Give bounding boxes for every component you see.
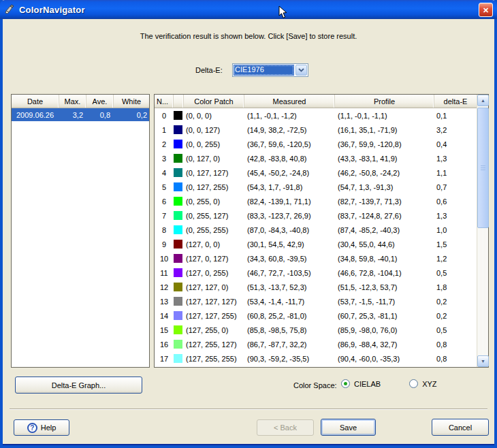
- table-row[interactable]: 11(127, 0, 255)(46,7, 72,7, -103,5)(46,6…: [155, 266, 477, 280]
- help-button[interactable]: ? Help: [14, 419, 69, 436]
- radio-option-cielab[interactable]: CIELAB: [341, 379, 381, 388]
- table-row[interactable]: 14(127, 127, 255)(60,8, 25,2, -81,0)(60,…: [155, 308, 477, 323]
- radio-selected-icon[interactable]: [341, 379, 350, 388]
- color-swatch-cell: [174, 211, 184, 220]
- table-row[interactable]: 6(0, 255, 0)(82,4, -139,1, 71,1)(82,7, -…: [155, 194, 477, 208]
- radio-option-xyz[interactable]: XYZ: [409, 379, 436, 388]
- measured-cell: (87,0, -84,3, -40,8): [244, 226, 335, 234]
- save-button[interactable]: Save: [321, 419, 376, 436]
- history-max-cell: 3,2: [59, 111, 86, 119]
- history-header-white[interactable]: White: [114, 95, 149, 108]
- delta-e-cell: 0,2: [434, 312, 477, 320]
- color-swatch: [174, 125, 182, 134]
- delta-e-cell: 1,5: [434, 240, 477, 249]
- chevron-down-icon[interactable]: [295, 65, 307, 76]
- delta-e-graph-button[interactable]: Delta-E Graph...: [15, 377, 142, 394]
- color-swatch-cell: [174, 340, 184, 349]
- measured-cell: (45,4, -50,2, -24,8): [244, 169, 335, 177]
- delta-e-cell: 0,5: [434, 269, 477, 277]
- table-row[interactable]: 2(0, 0, 255)(36,7, 59,6, -120,5)(36,7, 5…: [155, 137, 477, 151]
- table-row[interactable]: 8(0, 255, 255)(87,0, -84,3, -40,8)(87,4,…: [155, 223, 477, 237]
- color-swatch: [174, 111, 182, 120]
- color-swatch: [174, 182, 182, 191]
- profile-cell: (46,2, -50,8, -24,2): [335, 169, 434, 177]
- row-number-cell: 9: [155, 240, 174, 249]
- history-header-max[interactable]: Max.: [59, 95, 86, 108]
- history-white-cell: 0,2: [114, 111, 149, 119]
- delta-e-cell: 1,8: [434, 283, 477, 291]
- divider: [10, 409, 487, 410]
- history-row-selected[interactable]: 2009.06.263,20,80,2: [12, 108, 149, 121]
- profile-cell: (43,3, -83,1, 41,9): [335, 155, 434, 163]
- result-header-measured[interactable]: Measured: [244, 95, 335, 108]
- row-number-cell: 7: [155, 212, 174, 220]
- table-row[interactable]: 17(127, 255, 255)(90,3, -59,2, -35,5)(90…: [155, 351, 477, 366]
- row-number-cell: 3: [155, 155, 174, 163]
- measured-cell: (46,7, 72,7, -103,5): [244, 269, 335, 277]
- back-button[interactable]: < Back: [257, 419, 314, 436]
- table-row[interactable]: 0(0, 0, 0)(1,1, -0,1, -1,2)(1,1, -0,1, -…: [155, 108, 477, 123]
- table-row[interactable]: 13(127, 127, 127)(53,4, -1,4, -11,7)(53,…: [155, 294, 477, 308]
- result-header-delta-e[interactable]: delta-E: [434, 95, 477, 108]
- measured-cell: (54,3, 1,7, -91,8): [244, 183, 335, 191]
- color-swatch: [174, 197, 182, 206]
- close-button[interactable]: ✕: [479, 3, 493, 17]
- table-row[interactable]: 16(127, 255, 127)(86,7, -87,7, 32,2)(86,…: [155, 337, 477, 351]
- profile-cell: (46,6, 72,8, -104,1): [335, 269, 434, 277]
- history-header-ave[interactable]: Ave.: [86, 95, 114, 108]
- color-patch-cell: (127, 127, 255): [184, 312, 244, 320]
- color-swatch-cell: [174, 154, 184, 163]
- color-swatch: [174, 268, 182, 277]
- measured-cell: (83,3, -123,7, 26,9): [244, 212, 335, 220]
- delta-e-cell: 0,4: [434, 140, 477, 148]
- table-row[interactable]: 10(127, 0, 127)(34,3, 60,8, -39,5)(34,8,…: [155, 251, 477, 266]
- row-number-cell: 12: [155, 283, 174, 291]
- measured-cell: (60,8, 25,2, -81,0): [244, 312, 335, 320]
- delta-e-cell: 1,1: [434, 169, 477, 177]
- history-header-date[interactable]: Date: [12, 95, 59, 108]
- history-body: 2009.06.263,20,80,2: [12, 108, 149, 121]
- scroll-up-icon[interactable]: ▲: [477, 95, 489, 106]
- row-number-cell: 14: [155, 312, 174, 320]
- color-patch-cell: (0, 0, 127): [184, 126, 244, 134]
- scrollbar-thumb[interactable]: [477, 108, 489, 228]
- result-table[interactable]: N... Color Patch Measured Profile delta-…: [154, 94, 489, 368]
- result-body: 0(0, 0, 0)(1,1, -0,1, -1,2)(1,1, -0,1, -…: [155, 108, 477, 367]
- delta-e-cell: 1,2: [434, 255, 477, 263]
- delta-e-dropdown[interactable]: CIE1976: [232, 63, 308, 77]
- result-header-profile[interactable]: Profile: [335, 95, 434, 108]
- table-row[interactable]: 12(127, 127, 0)(51,3, -13,7, 52,3)(51,5,…: [155, 280, 477, 294]
- help-icon: ?: [27, 423, 37, 433]
- scroll-down-icon[interactable]: ▼: [477, 355, 489, 367]
- color-swatch-cell: [174, 240, 184, 249]
- table-row[interactable]: 5(0, 127, 255)(54,3, 1,7, -91,8)(54,7, 1…: [155, 180, 477, 194]
- table-row[interactable]: 7(0, 255, 127)(83,3, -123,7, 26,9)(83,7,…: [155, 208, 477, 223]
- cancel-button[interactable]: Cancel: [432, 419, 489, 436]
- result-header-color-patch[interactable]: Color Patch: [184, 95, 244, 108]
- color-patch-cell: (0, 127, 127): [184, 169, 244, 177]
- table-row[interactable]: 9(127, 0, 0)(30,1, 54,5, 42,9)(30,4, 55,…: [155, 237, 477, 251]
- table-row[interactable]: 15(127, 255, 0)(85,8, -98,5, 75,8)(85,9,…: [155, 323, 477, 337]
- profile-cell: (86,9, -88,4, 32,7): [335, 340, 434, 349]
- profile-cell: (34,8, 59,8, -40,1): [335, 255, 434, 263]
- profile-cell: (87,4, -85,2, -40,3): [335, 226, 434, 234]
- profile-cell: (36,7, 59,9, -120,8): [335, 140, 434, 148]
- result-header-no[interactable]: N...: [155, 95, 174, 108]
- table-row[interactable]: 1(0, 0, 127)(14,9, 38,2, -72,5)(16,1, 35…: [155, 123, 477, 137]
- color-swatch: [174, 283, 182, 291]
- color-swatch: [174, 354, 182, 363]
- delta-e-cell: 1,3: [434, 155, 477, 163]
- title-bar[interactable]: ColorNavigator ✕: [0, 0, 497, 19]
- history-list[interactable]: Date Max. Ave. White 2009.06.263,20,80,2: [11, 94, 150, 368]
- row-number-cell: 10: [155, 255, 174, 263]
- table-row[interactable]: 3(0, 127, 0)(42,8, -83,8, 40,8)(43,3, -8…: [155, 151, 477, 165]
- vertical-scrollbar[interactable]: ▲ ▼: [477, 95, 488, 367]
- profile-cell: (60,7, 25,3, -81,1): [335, 312, 434, 320]
- result-header-swatch[interactable]: [174, 95, 184, 108]
- table-row[interactable]: 4(0, 127, 127)(45,4, -50,2, -24,8)(46,2,…: [155, 165, 477, 180]
- delta-e-cell: 0,2: [434, 298, 477, 306]
- delta-e-cell: 3,2: [434, 126, 477, 134]
- row-number-cell: 15: [155, 326, 174, 334]
- profile-cell: (83,7, -124,8, 27,6): [335, 212, 434, 220]
- radio-unselected-icon[interactable]: [409, 379, 418, 388]
